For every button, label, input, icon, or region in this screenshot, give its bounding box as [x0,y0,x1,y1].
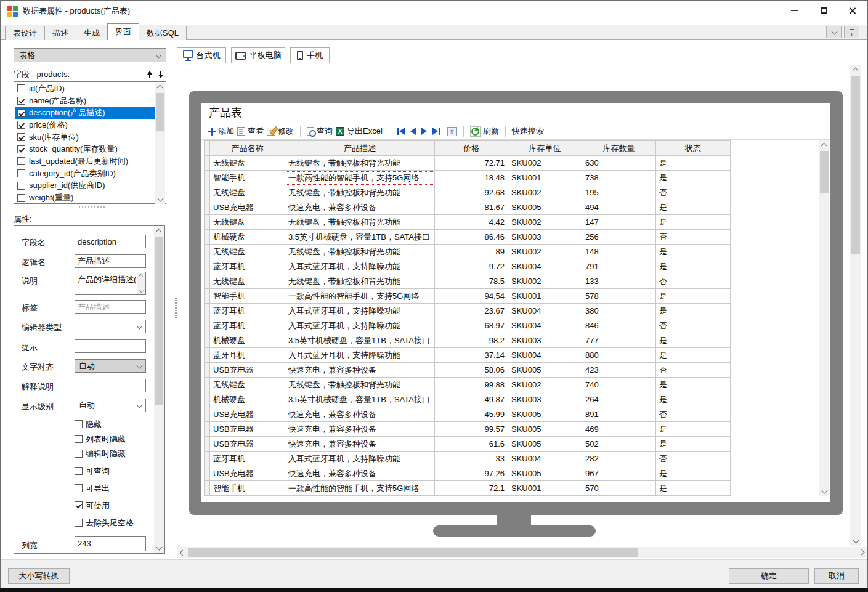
device-button-tablet[interactable]: 平板电脑 [231,47,285,63]
query-button[interactable]: 查询 [307,126,333,137]
quick-search-button[interactable]: 快速搜索 [512,126,544,137]
cell[interactable]: 是 [656,466,731,481]
cell[interactable]: 快速充电，兼容多种设备 [285,437,435,452]
cell[interactable]: 4.42 [435,215,508,230]
move-field-up-button[interactable] [147,71,153,78]
collapse-button[interactable] [826,26,842,38]
cell[interactable]: USB充电器 [210,200,285,215]
explain-input[interactable] [75,379,146,392]
move-field-down-button[interactable] [158,71,164,78]
row-indicator[interactable] [205,171,210,185]
cell[interactable]: 61.6 [435,437,508,452]
cell[interactable]: SKU002 [508,378,582,392]
cell[interactable]: 一款高性能的智能手机，支持5G网络 [285,481,435,496]
panel-horizontal-scrollbar[interactable] [177,547,867,558]
cell[interactable]: 是 [656,245,731,259]
description-textarea[interactable]: 产品的详细描述( [75,272,146,295]
view-type-select[interactable]: 表格 [14,48,166,62]
field-list-resize-handle[interactable] [79,206,107,208]
property-checkbox-row[interactable]: 隐藏 [75,419,102,429]
cell[interactable]: 147 [582,215,656,230]
table-row[interactable]: USB充电器快速充电，兼容多种设备97.26SKU005967是 [205,466,731,481]
cell[interactable]: 92.68 [435,185,508,200]
field-item[interactable]: name(产品名称) [15,95,155,107]
cell[interactable]: 133 [582,274,656,289]
field-checkbox[interactable] [17,194,25,202]
cell[interactable]: USB充电器 [210,466,285,481]
cell[interactable]: 入耳式蓝牙耳机，支持降噪功能 [285,348,435,363]
prev-page-button[interactable] [409,126,417,136]
cell[interactable]: 846 [582,318,656,333]
cell[interactable]: 72.71 [435,156,508,171]
table-row[interactable]: USB充电器快速充电，兼容多种设备45.99SKU005891否 [205,407,731,422]
cell[interactable]: 是 [656,422,731,437]
cell[interactable]: 快速充电，兼容多种设备 [285,200,435,215]
cell[interactable]: SKU005 [508,422,582,437]
field-checkbox[interactable] [17,121,25,129]
cell[interactable]: 机械硬盘 [210,333,285,348]
cell[interactable]: 快速充电，兼容多种设备 [285,466,435,481]
cancel-button[interactable]: 取消 [814,568,859,584]
row-indicator[interactable] [205,363,210,378]
row-indicator[interactable] [205,481,210,496]
cell[interactable]: 570 [582,481,656,496]
scrollbar-thumb[interactable] [820,151,829,193]
row-indicator[interactable] [205,185,210,200]
cell[interactable]: 入耳式蓝牙耳机，支持降噪功能 [285,318,435,333]
row-indicator[interactable] [205,259,210,274]
cell[interactable]: 否 [656,274,731,289]
export-excel-button[interactable]: 导出Excel [336,126,383,137]
cell[interactable]: 97.26 [435,466,508,481]
scroll-down-arrow[interactable] [155,194,165,204]
cell[interactable]: 967 [582,466,656,481]
column-header[interactable]: 价格 [435,141,508,156]
pin-button[interactable] [844,26,859,38]
row-indicator[interactable] [205,378,210,392]
device-button-desktop[interactable]: 台式机 [177,47,226,63]
properties-scrollbar[interactable] [154,227,164,553]
row-indicator[interactable] [205,348,210,363]
cell[interactable]: 148 [582,245,656,259]
column-header[interactable]: 状态 [656,141,731,156]
scroll-up-arrow[interactable] [155,83,165,92]
scroll-up-arrow[interactable] [850,65,861,75]
cell[interactable]: SKU003 [508,230,582,245]
property-checkbox-row[interactable]: 可查询 [75,466,110,476]
field-item[interactable]: description(产品描述) [15,107,155,119]
row-indicator[interactable] [205,245,210,259]
cell[interactable]: SKU005 [508,407,582,422]
tab-ui[interactable]: 界面 [107,23,139,40]
cell[interactable]: SKU004 [508,304,582,318]
cell[interactable]: 49.87 [435,392,508,407]
cell[interactable]: 无线键盘，带触控板和背光功能 [285,245,435,259]
cell[interactable]: 蓝牙耳机 [210,304,285,318]
cell[interactable]: 蓝牙耳机 [210,452,285,466]
cell[interactable]: SKU001 [508,171,582,185]
cell[interactable]: SKU005 [508,200,582,215]
scroll-up-arrow[interactable] [137,273,145,279]
tab-design[interactable]: 表设计 [5,26,45,40]
property-checkbox-row[interactable]: 编辑时隐藏 [75,448,126,459]
cell[interactable]: 快速充电，兼容多种设备 [285,407,435,422]
panel-splitter-handle[interactable] [175,298,177,318]
row-indicator[interactable] [205,466,210,481]
row-indicator[interactable] [205,215,210,230]
cell[interactable]: 256 [582,230,656,245]
cell[interactable]: 45.99 [435,407,508,422]
scroll-down-arrow[interactable] [137,288,145,294]
row-indicator[interactable] [205,230,210,245]
panel-vertical-scrollbar[interactable] [850,65,861,546]
scrollbar-thumb[interactable] [851,76,860,254]
cell[interactable]: 一款高性能的智能手机，支持5G网络 [285,171,435,185]
cell[interactable]: 68.97 [435,318,508,333]
table-row[interactable]: 机械硬盘3.5英寸机械硬盘，容量1TB，SATA接口98.2SKU003777是 [205,333,731,348]
field-checkbox[interactable] [17,133,25,141]
scroll-down-arrow[interactable] [850,535,861,546]
field-item[interactable]: stock_quantity(库存数量) [15,143,155,155]
device-button-phone[interactable]: 手机 [290,47,330,63]
cell[interactable]: SKU002 [508,185,582,200]
cell[interactable]: 机械硬盘 [210,392,285,407]
cell[interactable]: 入耳式蓝牙耳机，支持降噪功能 [285,304,435,318]
cell[interactable]: 3.5英寸机械硬盘，容量1TB，SATA接口 [285,230,435,245]
field-checkbox[interactable] [17,84,25,92]
